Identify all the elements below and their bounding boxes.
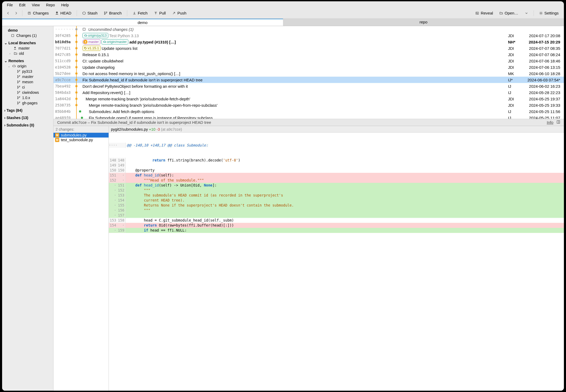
nav-forward-button[interactable]	[13, 10, 19, 16]
sidebar-remote-branch[interactable]: py313	[2, 69, 53, 74]
commit-row[interactable]: 85bb84b Submodules: Add fetch depth opti…	[53, 108, 343, 115]
branch-icon	[17, 75, 21, 79]
branch-button[interactable]: Branch	[101, 10, 124, 16]
svg-point-28	[17, 102, 18, 102]
commit-graph	[75, 51, 82, 58]
commit-row[interactable]: 511ccd9 CI: update cibuildwheel JDI 2024…	[53, 58, 343, 64]
diff-line[interactable]: 154· return Oid(raw=bytes(ffi.buffer(hea…	[109, 223, 343, 228]
commit-row[interactable]: ae489f0 Fix Submodule.open() if parent r…	[53, 115, 343, 119]
diff-line[interactable]: ·151 def head_id(self) -> Union[Oid, Non…	[109, 183, 343, 188]
sidebar-folder-old[interactable]: ›old	[2, 51, 53, 56]
svg-point-16	[17, 81, 18, 81]
diff-line[interactable]: ·153 The submodule's HEAD commit id (as …	[109, 193, 343, 198]
svg-point-20	[19, 86, 20, 87]
diff-line[interactable]: ·156 """	[109, 208, 343, 213]
sidebar-stashes-header[interactable]: ›Stashes (13)	[2, 113, 53, 120]
menu-help[interactable]: Help	[61, 3, 69, 7]
diff-line[interactable]: 151· def head_id(self):	[109, 173, 343, 178]
diff-body[interactable]: ·······@@ -148,10 +148,17 @@ class Submo…	[109, 133, 343, 238]
svg-point-19	[17, 86, 18, 87]
changes-button[interactable]: Changes	[25, 10, 51, 16]
menu-edit[interactable]: Edit	[19, 3, 26, 7]
svg-point-23	[19, 91, 20, 92]
diff-line[interactable]: ·159 if head == ffi.NULL:	[109, 228, 343, 233]
commit-list[interactable]: ······· Uncommitted changes (1) 30f4285 …	[53, 26, 343, 119]
commit-row[interactable]: a9c7cce Fix Submodule.head_id if submodu…	[53, 77, 343, 83]
sidebar-submodules-header[interactable]: ›Submodules (0)	[2, 120, 53, 128]
sidebar-remote-origin[interactable]: ⌄origin	[2, 63, 53, 69]
commit-subject: Update changelog	[82, 65, 343, 70]
sidebar-remote-branch[interactable]: meson	[2, 79, 53, 85]
branch-icon	[17, 70, 21, 73]
commit-row[interactable]: 30f4285 origin/py313Test Python 3.13 JDI…	[53, 32, 343, 39]
svg-point-13	[17, 75, 18, 76]
commit-row[interactable]: 584bda3 Add Repository.revert() […] IJ 2…	[53, 89, 343, 96]
file-item[interactable]: Msubmodules.py	[53, 133, 109, 138]
pull-button[interactable]: Pull	[151, 10, 168, 16]
commit-row[interactable]: 1a8442d Merge remote-tracking branch 'jo…	[53, 96, 343, 102]
commit-row[interactable]: 7bea492 Don't decref PyBytesObject befor…	[53, 83, 343, 89]
chevron-down-icon: ⌄	[8, 65, 11, 68]
commit-subject: Release 0.15.1	[82, 52, 343, 57]
svg-point-3	[106, 12, 107, 13]
fetch-button[interactable]: Fetch	[130, 10, 150, 16]
diff-line[interactable]: 148148 return ffi.string(branch).decode(…	[109, 158, 343, 163]
sidebar-tags-header[interactable]: ›Tags (84)	[2, 106, 53, 113]
diff-line[interactable]: 153158 head = C.git_submodule_head_id(se…	[109, 218, 343, 223]
commit-graph	[75, 83, 82, 89]
svg-point-26	[19, 96, 20, 97]
sidebar-local-branches-header[interactable]: ⌄Local Branches	[2, 38, 53, 46]
menu-repo[interactable]: Repo	[46, 3, 55, 7]
commit-row[interactable]: 5b27dee Do not access freed memory in te…	[53, 70, 343, 77]
svg-point-25	[17, 96, 18, 97]
diff-line[interactable]: ·154 current HEAD tree).	[109, 198, 343, 203]
tab-repo[interactable]: repo	[283, 19, 343, 26]
commit-row[interactable]: 8427c85 Release 0.15.1 JDI 2024-07-07 08…	[53, 51, 343, 58]
diff-line[interactable]: 150150 @property	[109, 168, 343, 173]
stash-button[interactable]: Stash	[80, 10, 100, 16]
diff-line[interactable]: 152· """Head of the submodule."""	[109, 178, 343, 183]
sidebar-remote-branch[interactable]: ciwindows	[2, 90, 53, 95]
commit-graph	[75, 64, 82, 70]
svg-point-32	[85, 41, 86, 42]
diff-line[interactable]: ·157	[109, 213, 343, 218]
sidebar-remote-branch[interactable]: gh-pages	[2, 100, 53, 106]
commit-row[interactable]: ······· Uncommitted changes (1)	[53, 26, 343, 32]
menu-file[interactable]: File	[7, 3, 13, 7]
nav-back-button[interactable]	[5, 10, 12, 16]
sidebar-remote-branch[interactable]: master	[2, 74, 53, 79]
commit-graph	[75, 96, 82, 102]
commit-info-bar: Commit a9c7cce – Fix Submodule.head_id i…	[53, 119, 343, 126]
diff-header: pygit2/submodules.py +10 -3 (at a9c7cce)	[109, 126, 343, 133]
head-icon	[13, 46, 17, 50]
commit-row[interactable]: e104528 Update changelog JDI 2024-07-06 …	[53, 64, 343, 70]
commit-row[interactable]: b810d9a masterorigin/masteradd py.typed …	[53, 39, 343, 45]
diff-line[interactable]: 149149	[109, 163, 343, 168]
file-item[interactable]: Mtest_submodule.py	[53, 138, 109, 142]
sidebar-changes[interactable]: Changes (1)	[2, 33, 53, 38]
head-button[interactable]: HEAD	[52, 10, 74, 16]
commit-hash: 5b27dee	[55, 71, 75, 76]
commit-row[interactable]: 2538735 Merge remote-tracking branch 'jo…	[53, 102, 343, 108]
commit-hash: b810d9a	[55, 40, 75, 44]
sidebar-branch-master[interactable]: master	[2, 46, 53, 51]
chevron-right-icon: ›	[9, 52, 12, 55]
menubar: File Edit View Repo Help	[2, 1, 343, 9]
sidebar-remote-branch[interactable]: ci	[2, 85, 53, 90]
diff-line[interactable]: ·155 Returns None if the superproject's …	[109, 203, 343, 208]
sidebar-remotes-header[interactable]: ⌄Remotes	[2, 56, 53, 63]
svg-point-17	[19, 81, 20, 81]
svg-point-12	[17, 72, 18, 73]
menu-view[interactable]: View	[32, 3, 40, 7]
sidebar: demo Changes (1) ⌄Local Branches master …	[2, 26, 53, 238]
sidebar-repo-name[interactable]: demo	[2, 28, 53, 33]
diff-line[interactable]: ·152 """	[109, 188, 343, 193]
commit-hash: 8427c85	[55, 52, 75, 57]
folder-icon	[14, 52, 17, 55]
tab-demo[interactable]: demo	[2, 19, 283, 26]
commit-graph	[75, 70, 82, 77]
commit-row[interactable]: 7077d21 v1.15.1Update sponsors list JDI …	[53, 45, 343, 51]
commit-graph	[75, 39, 82, 45]
push-button[interactable]: Push	[169, 10, 189, 16]
sidebar-remote-branch[interactable]: 1.0.x	[2, 95, 53, 100]
